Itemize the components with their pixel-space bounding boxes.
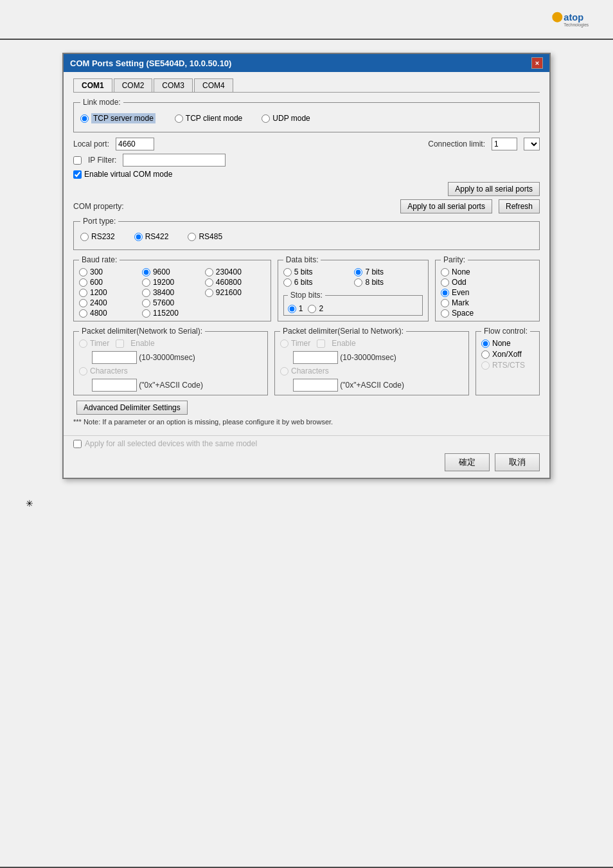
main-content: COM Ports Setting (SE5404D, 10.0.50.10) … (0, 40, 613, 867)
footer-btn-row: 確定 取消 (73, 453, 540, 471)
link-mode-tcp-client-label: TCP client mode (186, 114, 242, 123)
stop-bits-1[interactable]: 1 (288, 304, 303, 313)
tab-bar: COM1 COM2 COM3 COM4 (73, 78, 540, 93)
packet-flow-row: Packet delimiter(Network to Serial): Tim… (73, 327, 540, 395)
connection-limit-input[interactable] (492, 138, 517, 150)
data-bits-grid: 5 bits 7 bits 6 bits 8 bits (283, 267, 423, 287)
connection-limit-select[interactable]: ▼ (524, 138, 540, 150)
cancel-button[interactable]: 取消 (495, 453, 540, 471)
dialog-body: COM1 COM2 COM3 COM4 Link mode: (64, 72, 549, 432)
com-property-label: COM property: (73, 202, 124, 211)
apply-all-serial-ports-top-button[interactable]: Apply to all serial ports (448, 182, 540, 196)
parity-odd[interactable]: Odd (441, 278, 534, 287)
atop-logo: atop Technologies (549, 6, 600, 32)
baud-921600[interactable]: 921600 (205, 288, 265, 297)
link-mode-udp-label: UDP mode (272, 114, 310, 123)
apply-all-serial-ports-button[interactable]: Apply to all serial ports (400, 199, 492, 213)
packet-ser-chars-radio[interactable]: Characters (280, 366, 329, 375)
packet-ser-timer-radio[interactable]: Timer (280, 339, 310, 348)
parity-even[interactable]: Even (441, 288, 534, 297)
port-type-rs485[interactable]: RS485 (188, 232, 222, 241)
baud-460800[interactable]: 460800 (205, 278, 265, 287)
baud-19200[interactable]: 19200 (142, 278, 202, 287)
data-bits-6[interactable]: 6 bits (283, 278, 352, 287)
link-mode-tcp-server[interactable]: TCP server mode (80, 113, 155, 123)
baud-4800[interactable]: 4800 (79, 309, 139, 318)
tab-com1[interactable]: COM1 (73, 78, 112, 92)
packet-ser-timer-range-row: (10-30000msec) (280, 351, 463, 364)
ip-filter-input[interactable] (123, 154, 226, 167)
link-mode-fieldset: Link mode: TCP server mode TCP client mo… (73, 98, 540, 132)
baud-1200[interactable]: 1200 (79, 288, 139, 297)
note-text: *** Note: If a parameter or an option is… (73, 418, 540, 426)
flow-xonxoff[interactable]: Xon/Xoff (481, 350, 534, 359)
advanced-delimiter-row: Advanced Delimiter Settings (73, 401, 540, 415)
baud-2400[interactable]: 2400 (79, 298, 139, 307)
refresh-button[interactable]: Refresh (499, 199, 540, 213)
packet-ser-ascii-label: ("0x"+ASCII Code) (340, 381, 404, 390)
parity-mark[interactable]: Mark (441, 298, 534, 307)
apply-all-devices-label: Apply for all selected devices with the … (85, 439, 257, 448)
parity-none[interactable]: None (441, 267, 534, 276)
link-mode-udp[interactable]: UDP mode (262, 114, 310, 123)
port-type-rs485-label: RS485 (199, 232, 222, 241)
advanced-delimiter-button[interactable]: Advanced Delimiter Settings (76, 401, 188, 415)
footer-checkbox-row: Apply for all selected devices with the … (73, 439, 540, 448)
flow-rtscts[interactable]: RTS/CTS (481, 361, 534, 370)
stop-bits-fieldset: Stop bits: 1 2 (283, 291, 423, 316)
packet-ser-timer-row: Timer Enable (280, 339, 463, 348)
packet-net-ascii-row: ("0x"+ASCII Code) (79, 379, 262, 392)
flow-control-fieldset: Flow control: None Xon/Xoff RTS/CTS (475, 327, 540, 395)
confirm-button[interactable]: 確定 (445, 453, 490, 471)
packet-ser-timer-input[interactable] (293, 351, 338, 364)
baud-115200[interactable]: 115200 (142, 309, 202, 318)
data-bits-7[interactable]: 7 bits (354, 267, 423, 276)
flow-control-legend: Flow control: (481, 327, 530, 336)
local-port-input[interactable] (116, 138, 154, 150)
apply-all-top-row: Apply to all serial ports (73, 182, 540, 196)
stop-bits-row: 1 2 (288, 304, 418, 313)
tab-com3[interactable]: COM3 (154, 78, 193, 92)
virtual-com-checkbox-label[interactable]: Enable virtual COM mode (73, 170, 172, 179)
baud-230400[interactable]: 230400 (205, 267, 265, 276)
packet-ser-timer-enable-label: Enable (332, 339, 355, 348)
stop-bits-legend: Stop bits: (288, 291, 325, 300)
baud-9600[interactable]: 9600 (142, 267, 202, 276)
packet-net-chars-radio[interactable]: Characters (79, 366, 128, 375)
packet-net-timer-radio[interactable]: Timer (79, 339, 109, 348)
port-type-rs232-label: RS232 (91, 232, 115, 241)
data-bits-8[interactable]: 8 bits (354, 278, 423, 287)
baud-300[interactable]: 300 (79, 267, 139, 276)
dialog-titlebar: COM Ports Setting (SE5404D, 10.0.50.10) … (64, 54, 549, 72)
dialog-close-button[interactable]: × (531, 57, 543, 69)
packet-net-timer-row: Timer Enable (79, 339, 262, 348)
link-mode-tcp-client[interactable]: TCP client mode (175, 114, 242, 123)
virtual-com-checkbox[interactable] (73, 170, 82, 179)
stop-bits-2[interactable]: 2 (308, 304, 323, 313)
baud-38400[interactable]: 38400 (142, 288, 202, 297)
baud-600[interactable]: 600 (79, 278, 139, 287)
port-type-rs232[interactable]: RS232 (80, 232, 115, 241)
data-bits-5[interactable]: 5 bits (283, 267, 352, 276)
packet-network-serial-fieldset: Packet delimiter(Network to Serial): Tim… (73, 327, 268, 395)
parity-options: None Odd Even Mark Space (441, 267, 534, 318)
packet-ser-timer-enable-checkbox[interactable] (317, 339, 325, 348)
packet-ser-timer-range: (10-30000msec) (340, 353, 396, 362)
packet-serial-network-legend: Packet delimiter(Serial to Network): (280, 327, 406, 336)
baud-57600[interactable]: 57600 (142, 298, 202, 307)
packet-net-ascii-input[interactable] (92, 379, 137, 392)
svg-text:Technologies: Technologies (564, 23, 589, 28)
tab-com2[interactable]: COM2 (114, 78, 153, 92)
packet-net-timer-enable-checkbox[interactable] (116, 339, 124, 348)
packet-ser-ascii-input[interactable] (293, 379, 338, 392)
parity-fieldset: Parity: None Odd Even Mark Space (435, 255, 540, 321)
flow-none[interactable]: None (481, 339, 534, 348)
packet-net-timer-input[interactable] (92, 351, 137, 364)
parity-space[interactable]: Space (441, 309, 534, 318)
tab-com4[interactable]: COM4 (194, 78, 233, 92)
port-type-rs422[interactable]: RS422 (134, 232, 169, 241)
data-bits-fieldset: Data bits: 5 bits 7 bits 6 bits 8 bits S… (278, 255, 429, 321)
ip-filter-checkbox[interactable] (73, 156, 82, 165)
apply-all-devices-checkbox[interactable] (73, 440, 82, 448)
port-type-radio-group: RS232 RS422 RS485 (80, 229, 533, 244)
